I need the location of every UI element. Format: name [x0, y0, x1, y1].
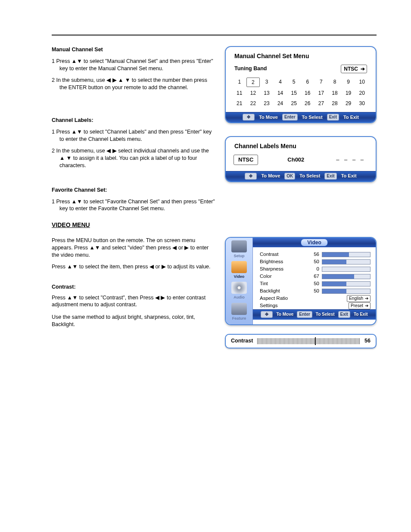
- video-row-selector[interactable]: English➔: [347, 295, 371, 302]
- channel-cell[interactable]: 14: [274, 89, 287, 97]
- favorite-step1: 1 Press ▲▼ to select "Favorite Channel S…: [59, 198, 215, 213]
- video-menu-heading: VIDEO MENU: [52, 221, 377, 229]
- channel-cell[interactable]: 13: [260, 89, 274, 97]
- video-row-bar: [322, 289, 371, 294]
- channel-cell[interactable]: 23: [260, 99, 274, 108]
- contrast-widget-marker: [315, 337, 316, 345]
- labels-hintbar: ✥To Move OKTo Selest ExitTo Exit: [226, 171, 376, 181]
- channel-cell[interactable]: 26: [301, 99, 314, 108]
- labels-step1: 1 Press ▲▼ to select "Channel Labels" an…: [59, 128, 215, 143]
- channel-cell[interactable]: 15: [287, 89, 301, 97]
- sidebar-item-feature[interactable]: Feature: [230, 303, 249, 321]
- channel-cell[interactable]: 29: [342, 99, 355, 108]
- contrast-step: Press ▲▼ to select "Contrast", then Pres…: [52, 294, 215, 309]
- sidebar-item-label: Feature: [232, 316, 246, 321]
- channel-cell[interactable]: 8: [328, 78, 342, 87]
- video-row-backlight[interactable]: Backlight50: [260, 287, 371, 295]
- video-row-value: 67: [308, 273, 319, 280]
- labels-channel: Ch002: [287, 156, 304, 164]
- tuning-band-label: Tuning Band: [234, 65, 267, 72]
- video-row-label: Contrast: [260, 251, 308, 258]
- nav-arrows-glyph: ◀ ▶ ▲ ▼: [106, 77, 130, 83]
- dpad-icon: ✥: [245, 173, 257, 180]
- gear-icon: [231, 240, 247, 252]
- sidebar-item-audio[interactable]: Audio: [230, 282, 249, 300]
- video-intro: Press the MENU button on the remote. The…: [52, 237, 215, 259]
- video-sidebar: SetupVideoAudioFeature: [226, 238, 253, 324]
- manual-channel-panel: Manual Channel Set Menu Tuning Band NTSC…: [225, 46, 377, 123]
- manual-panel-title: Manual Channel Set Menu: [234, 52, 370, 60]
- page-divider: [52, 34, 377, 36]
- manual-step1: 1 Press ▲▼ to select "Manual Channel Set…: [59, 58, 215, 72]
- video-row-value: 50: [308, 280, 319, 287]
- channel-cell[interactable]: 20: [355, 89, 369, 97]
- channel-cell[interactable]: 30: [355, 99, 369, 108]
- channel-cell[interactable]: 10: [355, 78, 369, 87]
- labels-system-box[interactable]: NTSC: [234, 155, 258, 165]
- video-row-settings[interactable]: SettingsPreset➔: [260, 302, 371, 309]
- video-row-label: Tint: [260, 280, 308, 287]
- channel-cell[interactable]: 27: [314, 99, 328, 108]
- channel-cell[interactable]: 9: [342, 78, 355, 87]
- video-nav: Press ▲▼ to select the item, then press …: [52, 263, 215, 271]
- video-row-label: Color: [260, 273, 308, 280]
- sidebar-item-video[interactable]: Video: [230, 261, 249, 279]
- channel-cell[interactable]: 17: [314, 89, 328, 97]
- channel-cell[interactable]: 3: [260, 78, 274, 87]
- video-row-brightness[interactable]: Brightness50: [260, 258, 371, 265]
- channel-cell[interactable]: 2: [246, 78, 260, 87]
- channel-cell[interactable]: 1: [233, 78, 246, 87]
- labels-panel-title: Channel Labels Menu: [234, 142, 370, 150]
- video-row-bar: [322, 274, 371, 279]
- channel-cell[interactable]: 18: [328, 89, 342, 97]
- video-row-label: Aspect Ratio: [260, 295, 308, 302]
- right-arrow-icon: ➔: [365, 296, 368, 302]
- video-row-aspect-ratio[interactable]: Aspect RatioEnglish➔: [260, 295, 371, 302]
- video-tab-header: Video: [253, 238, 376, 247]
- video-menu-panel: SetupVideoAudioFeature Video Contrast56B…: [225, 237, 377, 325]
- manual-step2: 2 In the submenu, use ◀ ▶ ▲ ▼ to select …: [59, 77, 215, 91]
- channel-cell[interactable]: 6: [301, 78, 314, 87]
- video-row-color[interactable]: Color67: [260, 273, 371, 280]
- channel-cell[interactable]: 24: [274, 99, 287, 108]
- channel-cell[interactable]: 16: [301, 89, 314, 97]
- disc-icon: [231, 282, 247, 294]
- video-row-bar: [322, 259, 371, 264]
- tuning-band-selector[interactable]: NTSC ➔: [341, 65, 367, 73]
- manual-heading: Manual Channel Set: [52, 46, 215, 53]
- video-row-bar: [322, 252, 371, 257]
- labels-heading: Channel Labels:: [52, 117, 215, 124]
- channel-cell[interactable]: 5: [287, 78, 301, 87]
- channel-cell[interactable]: 7: [314, 78, 328, 87]
- channel-cell[interactable]: 19: [342, 89, 355, 97]
- video-row-sharpness[interactable]: Sharpness0: [260, 265, 371, 273]
- exit-key-icon: Exit: [324, 173, 336, 180]
- channel-cell[interactable]: 28: [328, 99, 342, 108]
- channel-cell[interactable]: 11: [233, 89, 246, 97]
- video-row-tint[interactable]: Tint50: [260, 280, 371, 287]
- channel-cell[interactable]: 4: [274, 78, 287, 87]
- channel-cell[interactable]: 22: [246, 99, 260, 108]
- video-settings-list: Contrast56Brightness50Sharpness0Color67T…: [253, 247, 376, 309]
- channel-grid[interactable]: 1234567891011121314151617181920212223242…: [233, 78, 369, 108]
- sidebar-item-setup[interactable]: Setup: [230, 240, 249, 258]
- sidebar-item-label: Audio: [234, 295, 245, 300]
- video-row-value: 50: [308, 288, 319, 295]
- sidebar-item-label: Video: [234, 274, 244, 279]
- right-arrow-icon: ➔: [361, 65, 365, 72]
- monitor-icon: [231, 261, 247, 273]
- contrast-adjust-note: Use the same method to adjust bright, sh…: [52, 314, 215, 328]
- channel-cell[interactable]: 21: [233, 99, 246, 108]
- video-row-selector[interactable]: Preset➔: [349, 302, 371, 309]
- channel-cell[interactable]: 12: [246, 89, 260, 97]
- channel-cell[interactable]: 25: [287, 99, 301, 108]
- video-row-contrast[interactable]: Contrast56: [260, 251, 371, 258]
- contrast-widget-value: 56: [364, 337, 371, 345]
- right-arrow-icon: ➔: [365, 303, 368, 309]
- video-row-label: Settings: [260, 302, 308, 309]
- video-row-value: 0: [308, 266, 319, 273]
- video-row-label: Sharpness: [260, 266, 308, 273]
- contrast-adjust-widget[interactable]: Contrast 56: [225, 334, 377, 348]
- labels-placeholder[interactable]: – – – –: [333, 155, 368, 165]
- video-row-value: 50: [308, 258, 319, 265]
